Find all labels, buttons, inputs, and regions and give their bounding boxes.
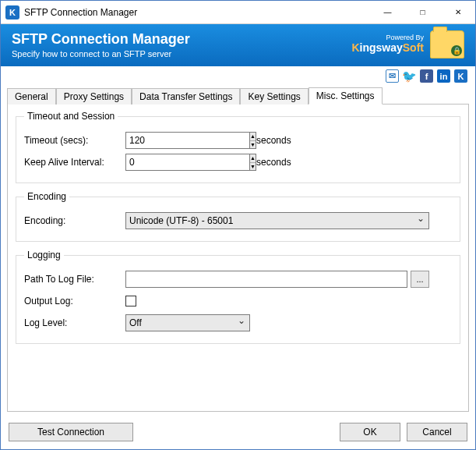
tabstrip: General Proxy Settings Data Transfer Set… [1, 86, 475, 104]
tab-panel-misc: Timeout and Session Timeout (secs): ▲ ▼ … [7, 104, 469, 412]
tab-key-settings[interactable]: Key Settings [240, 88, 308, 105]
group-encoding: Encoding Encoding: Unicode (UTF-8) - 650… [16, 191, 460, 242]
kingswaysoft-icon[interactable]: K [454, 69, 467, 83]
ok-button[interactable]: OK [340, 423, 400, 441]
logpath-browse-button[interactable]: ... [411, 271, 429, 288]
timeout-spinner: ▲ ▼ [249, 132, 256, 149]
tab-data-transfer-settings[interactable]: Data Transfer Settings [132, 88, 240, 105]
cancel-button[interactable]: Cancel [407, 423, 467, 441]
lock-icon: 🔒 [451, 45, 462, 56]
outputlog-label: Output Log: [24, 296, 125, 306]
vendor-logo-soft: Soft [403, 41, 424, 54]
folder-lock-icon: 🔒 [430, 30, 464, 58]
banner-subtitle: Specify how to connect to an SFTP server [12, 49, 351, 58]
footer: Test Connection OK Cancel [1, 416, 475, 449]
outputlog-checkbox[interactable] [125, 296, 136, 306]
window-title: SFTP Connection Manager [24, 7, 137, 18]
timeout-suffix: seconds [256, 135, 291, 146]
linkedin-icon[interactable]: in [437, 69, 450, 83]
timeout-spin-down[interactable]: ▼ [250, 140, 256, 149]
group-encoding-legend: Encoding [24, 191, 69, 202]
test-connection-button[interactable]: Test Connection [9, 423, 133, 441]
loglevel-label: Log Level: [24, 317, 125, 328]
facebook-icon[interactable]: f [420, 69, 433, 83]
vendor-logo: Powered By KingswaySoft [351, 34, 424, 54]
banner: SFTP Connection Manager Specify how to c… [1, 24, 475, 66]
banner-title: SFTP Connection Manager [12, 31, 351, 48]
keepalive-input[interactable] [125, 154, 249, 171]
keepalive-spin-down[interactable]: ▼ [250, 162, 256, 171]
logpath-label: Path To Log File: [24, 274, 125, 285]
minimize-button[interactable]: — [370, 1, 405, 24]
group-logging: Logging Path To Log File: ... Output Log… [16, 250, 460, 344]
keepalive-suffix: seconds [256, 157, 291, 168]
app-icon: K [5, 5, 19, 19]
mail-icon[interactable]: ✉ [386, 69, 399, 83]
timeout-input[interactable] [125, 132, 249, 149]
tab-misc-settings[interactable]: Misc. Settings [309, 87, 383, 105]
loglevel-select[interactable]: Off [125, 314, 250, 331]
logpath-input[interactable] [125, 271, 407, 288]
maximize-button[interactable]: □ [405, 1, 440, 24]
twitter-icon[interactable]: 🐦 [403, 69, 416, 83]
keepalive-spinner: ▲ ▼ [249, 154, 256, 171]
keepalive-label: Keep Alive Interval: [24, 157, 125, 168]
vendor-logo-mid: ingsway [360, 41, 403, 54]
vendor-logo-k: K [351, 41, 359, 54]
group-timeout-session: Timeout and Session Timeout (secs): ▲ ▼ … [16, 111, 460, 183]
encoding-select[interactable]: Unicode (UTF-8) - 65001 [125, 212, 429, 229]
tab-general[interactable]: General [7, 88, 56, 105]
social-row: ✉ 🐦 f in K [1, 66, 475, 86]
timeout-spin-up[interactable]: ▲ [250, 133, 256, 140]
timeout-label: Timeout (secs): [24, 135, 125, 146]
group-logging-legend: Logging [24, 250, 64, 260]
tab-proxy-settings[interactable]: Proxy Settings [56, 88, 132, 105]
encoding-label: Encoding: [24, 215, 125, 226]
keepalive-spin-up[interactable]: ▲ [250, 154, 256, 162]
close-button[interactable]: ✕ [440, 1, 475, 24]
titlebar: K SFTP Connection Manager — □ ✕ [1, 1, 475, 24]
group-timeout-legend: Timeout and Session [24, 111, 118, 122]
